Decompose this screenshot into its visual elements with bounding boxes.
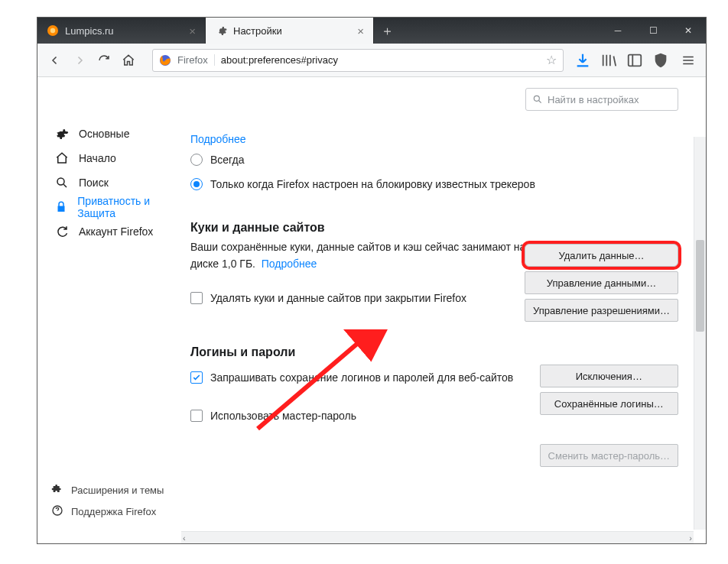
urlbar-brand: Firefox (177, 54, 215, 66)
addons-label: Расширения и темы (71, 485, 164, 496)
close-icon[interactable]: × (357, 24, 364, 37)
shield-icon[interactable] (652, 52, 669, 69)
nav-bar: Firefox about:preferences#privacy ☆ (37, 44, 706, 77)
radio-only-known[interactable]: Только когда Firefox настроен на блокиро… (190, 173, 689, 195)
sidebar-item-privacy[interactable]: Приватность и Защита (51, 195, 181, 219)
scroll-left-icon[interactable]: ‹ (183, 533, 186, 543)
home-button[interactable] (117, 49, 140, 72)
checkbox-label: Использовать мастер-пароль (210, 410, 356, 422)
radio-icon (190, 178, 203, 190)
urlbar-address: about:preferences#privacy (221, 54, 540, 66)
cookies-more-link[interactable]: Подробнее (262, 258, 317, 270)
cookies-button-column: Удалить данные… Управление данными… Упра… (525, 244, 678, 322)
preferences-main: Найти в настройках Подробнее Всегда Толь… (181, 77, 706, 543)
firefox-icon (159, 54, 171, 66)
tab-label: Настройки (233, 25, 282, 37)
sync-icon (54, 225, 70, 238)
cookies-desc-b: . (252, 258, 255, 270)
sidebar-item-label: Начало (79, 152, 116, 164)
logins-button-column: Исключения… Сохранённые логины… Сменить … (540, 365, 678, 467)
cookies-desc: Ваши сохранённые куки, данные сайтов и к… (190, 239, 535, 272)
svg-rect-3 (629, 54, 642, 66)
back-button[interactable] (44, 49, 67, 72)
addons-link[interactable]: Расширения и темы (51, 479, 181, 501)
tab-lumpics[interactable]: Lumpics.ru × (37, 18, 206, 44)
gear-icon (215, 24, 227, 37)
checkbox-icon (190, 371, 203, 384)
home-icon (54, 151, 70, 165)
cookies-heading: Куки и данные сайтов (190, 221, 689, 235)
saved-logins-button[interactable]: Сохранённые логины… (540, 392, 678, 415)
puzzle-icon (51, 483, 63, 498)
new-tab-button[interactable]: ＋ (374, 18, 400, 44)
close-icon[interactable]: × (189, 24, 196, 37)
minimize-button[interactable]: ─ (600, 18, 635, 44)
radio-label: Всегда (210, 154, 245, 166)
search-icon (54, 176, 70, 190)
svg-point-6 (534, 96, 539, 101)
tracking-more-link[interactable]: Подробнее (190, 133, 246, 145)
cookies-size: 1,0 ГБ (222, 258, 252, 270)
gear-icon (54, 127, 70, 141)
horizontal-scrollbar[interactable]: ‹ › (181, 531, 694, 543)
favicon-lumpics (47, 24, 59, 37)
sidebar-bottom: Расширения и темы Поддержка Firefox (51, 479, 181, 536)
library-icon[interactable] (600, 52, 617, 69)
scroll-right-icon[interactable]: › (689, 533, 692, 543)
forward-button[interactable] (68, 49, 91, 72)
search-icon (532, 94, 543, 105)
checkbox-icon (190, 410, 203, 422)
toolbar-right (573, 52, 671, 69)
scrollbar-thumb[interactable] (696, 240, 704, 332)
sidebar-item-home[interactable]: Начало (51, 146, 181, 170)
lock-icon (54, 200, 68, 214)
browser-window: Lumpics.ru × Настройки × ＋ ─ ☐ ✕ (37, 17, 707, 544)
sidebar-item-label: Аккаунт Firefox (79, 225, 153, 238)
sidebar-item-search[interactable]: Поиск (51, 170, 181, 195)
search-preferences-input[interactable]: Найти в настройках (525, 88, 678, 111)
reload-button[interactable] (93, 49, 115, 72)
exceptions-button[interactable]: Исключения… (540, 365, 678, 387)
sidebar-item-label: Приватность и Защита (77, 195, 181, 219)
preferences-sidebar: Основные Начало Поиск Приватность и Защи… (37, 77, 181, 543)
manage-permissions-button[interactable]: Управление разрешениями… (525, 299, 678, 322)
close-window-button[interactable]: ✕ (671, 18, 706, 44)
radio-always[interactable]: Всегда (190, 149, 689, 170)
radio-label: Только когда Firefox настроен на блокиро… (210, 178, 535, 190)
help-icon (51, 504, 63, 519)
manage-data-button[interactable]: Управление данными… (525, 271, 678, 294)
tab-bar: Lumpics.ru × Настройки × ＋ ─ ☐ ✕ (37, 18, 706, 44)
search-placeholder: Найти в настройках (548, 94, 639, 105)
checkbox-label: Удалять куки и данные сайтов при закрыти… (210, 292, 466, 304)
svg-point-4 (57, 178, 64, 185)
vertical-scrollbar[interactable] (694, 137, 706, 530)
tab-label: Lumpics.ru (65, 25, 114, 37)
bookmark-icon[interactable]: ☆ (546, 53, 557, 67)
change-master-password-button[interactable]: Сменить мастер-пароль… (540, 444, 678, 467)
tab-settings[interactable]: Настройки × (206, 18, 374, 44)
delete-data-button[interactable]: Удалить данные… (525, 244, 678, 267)
checkbox-icon (190, 292, 203, 304)
radio-icon (190, 154, 203, 166)
support-label: Поддержка Firefox (71, 506, 156, 517)
app-menu-button[interactable] (677, 49, 700, 72)
svg-point-1 (50, 28, 55, 33)
content: Основные Начало Поиск Приватность и Защи… (37, 77, 706, 543)
downloads-icon[interactable] (574, 52, 591, 69)
sidebar-item-label: Поиск (79, 177, 109, 189)
sidebar-item-label: Основные (79, 128, 129, 140)
checkbox-label: Запрашивать сохранение логинов и паролей… (210, 371, 513, 384)
sidebar-item-account[interactable]: Аккаунт Firefox (51, 219, 181, 244)
maximize-button[interactable]: ☐ (635, 18, 671, 44)
support-link[interactable]: Поддержка Firefox (51, 501, 181, 522)
sidebar-item-general[interactable]: Основные (51, 122, 181, 146)
url-bar[interactable]: Firefox about:preferences#privacy ☆ (152, 49, 564, 72)
sidebar-toggle-icon[interactable] (626, 52, 643, 69)
window-controls: ─ ☐ ✕ (600, 18, 706, 44)
logins-heading: Логины и пароли (190, 345, 689, 359)
